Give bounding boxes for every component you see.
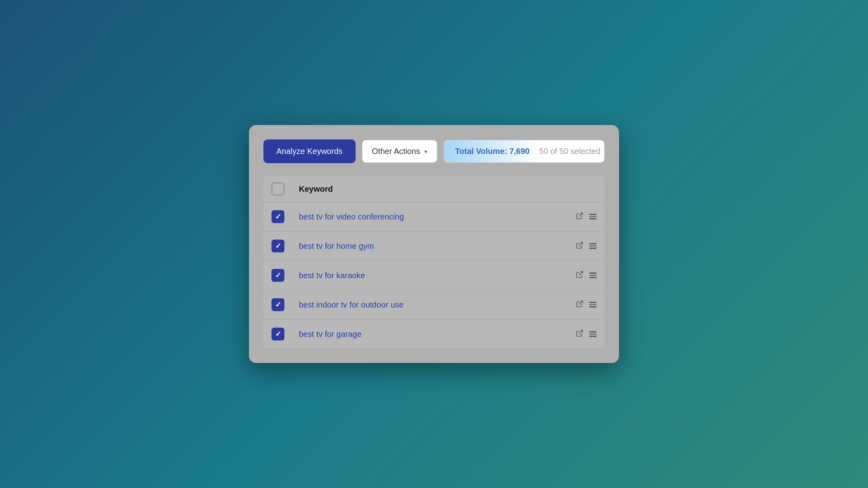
toolbar: Analyze Keywords Other Actions ▾ Total V…: [263, 139, 605, 163]
keyword-text-3: best tv for karaoke: [299, 271, 576, 280]
external-link-svg-1: [576, 212, 584, 220]
keyword-text-2: best tv for home gym: [299, 242, 576, 251]
keyword-column-header: Keyword: [299, 185, 333, 194]
menu-line: [589, 218, 596, 219]
table-row: ✓ best tv for karaoke: [263, 261, 605, 290]
svg-line-4: [579, 330, 582, 334]
keyword-text-4: best indoor tv for outdoor use: [299, 300, 576, 310]
menu-icon-1[interactable]: [589, 214, 596, 219]
table-row: ✓ best tv for video conferencing: [263, 202, 605, 232]
menu-line: [589, 302, 596, 303]
menu-line: [589, 306, 596, 308]
keyword-table: Keyword ✓ best tv for video conferencing: [263, 176, 605, 349]
keyword-text-5: best tv for garage: [299, 330, 576, 339]
analyze-keywords-button[interactable]: Analyze Keywords: [263, 139, 356, 163]
row-checkbox-4[interactable]: ✓: [272, 298, 284, 311]
checkmark-icon-5: ✓: [275, 330, 281, 338]
external-link-icon-1[interactable]: [576, 212, 584, 222]
volume-badge: Total Volume: 7,690 50 of 50 selected: [444, 140, 605, 163]
menu-line: [589, 246, 596, 247]
keyword-text-1: best tv for video conferencing: [299, 212, 576, 221]
svg-line-3: [579, 301, 582, 304]
selected-count-text: 50 of 50 selected: [539, 147, 600, 156]
menu-line: [589, 277, 596, 278]
external-link-icon-5[interactable]: [576, 329, 584, 339]
menu-line: [589, 334, 596, 335]
menu-icon-4[interactable]: [589, 302, 596, 308]
total-volume-text: Total Volume: 7,690: [455, 147, 530, 156]
menu-line: [589, 243, 596, 244]
table-row: ✓ best tv for garage: [263, 320, 605, 349]
menu-icon-2[interactable]: [589, 243, 596, 249]
main-modal: Analyze Keywords Other Actions ▾ Total V…: [249, 125, 619, 363]
other-actions-button[interactable]: Other Actions ▾: [362, 140, 437, 163]
select-all-checkbox[interactable]: [272, 182, 284, 195]
external-link-svg-3: [576, 271, 584, 279]
checkmark-icon-2: ✓: [275, 242, 281, 250]
chevron-down-icon: ▾: [424, 148, 427, 155]
menu-line: [589, 273, 596, 274]
external-link-svg-2: [576, 241, 584, 249]
row-icons-4: [576, 300, 596, 310]
menu-line: [589, 216, 596, 217]
row-icons-1: [576, 212, 596, 222]
other-actions-label: Other Actions: [372, 147, 420, 156]
external-link-svg-5: [576, 329, 584, 337]
checkmark-icon-3: ✓: [275, 272, 281, 279]
menu-line: [589, 248, 596, 249]
checkmark-icon-4: ✓: [275, 301, 281, 308]
external-link-icon-2[interactable]: [576, 241, 584, 251]
external-link-svg-4: [576, 300, 584, 308]
menu-line: [589, 304, 596, 306]
row-checkbox-3[interactable]: ✓: [272, 269, 284, 282]
menu-icon-3[interactable]: [589, 273, 596, 278]
table-row: ✓ best tv for home gym: [263, 232, 605, 261]
table-row: ✓ best indoor tv for outdoor use: [263, 290, 605, 320]
svg-line-2: [579, 271, 582, 275]
row-icons-2: [576, 241, 596, 251]
table-header: Keyword: [263, 176, 605, 202]
row-icons-3: [576, 271, 596, 281]
menu-line: [589, 214, 596, 215]
svg-line-0: [579, 213, 582, 216]
external-link-icon-3[interactable]: [576, 271, 584, 281]
svg-line-1: [579, 242, 582, 246]
menu-icon-5[interactable]: [589, 331, 596, 337]
row-checkbox-5[interactable]: ✓: [272, 328, 284, 340]
checkmark-icon-1: ✓: [275, 213, 281, 220]
row-checkbox-2[interactable]: ✓: [272, 240, 284, 252]
row-icons-5: [576, 329, 596, 339]
external-link-icon-4[interactable]: [576, 300, 584, 310]
menu-line: [589, 336, 596, 337]
row-checkbox-1[interactable]: ✓: [272, 210, 284, 223]
menu-line: [589, 275, 596, 276]
menu-line: [589, 331, 596, 332]
